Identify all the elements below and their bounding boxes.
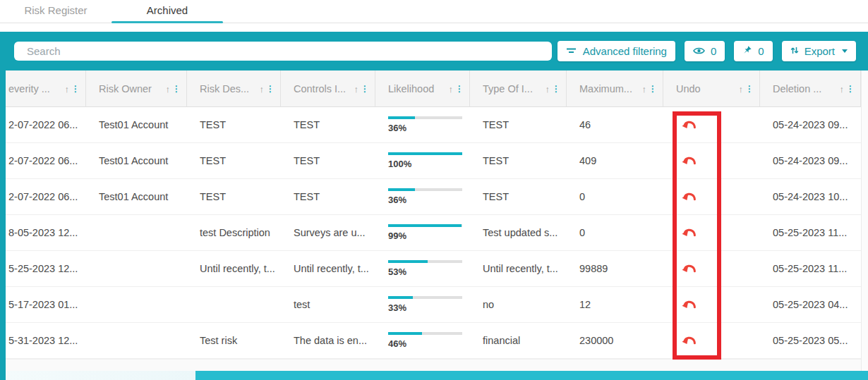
cell-risk-owner	[86, 215, 187, 250]
likelihood-bar-track	[388, 188, 462, 191]
undo-icon	[682, 299, 697, 311]
cell-risk-owner	[86, 251, 187, 286]
cell-risk-description: TEST	[187, 143, 281, 178]
search-input[interactable]	[14, 42, 552, 61]
grid-toolbar: Advanced filtering 0 0 Export	[6, 32, 868, 71]
column-header-label: Undo	[676, 83, 739, 94]
column-header-undo[interactable]: Undo↑⋮	[663, 71, 760, 107]
cell-risk-owner: Test01 Account	[86, 107, 187, 142]
column-header-icons: ↑⋮	[739, 84, 754, 94]
column-header-likelihood[interactable]: Likelihood↑⋮	[375, 71, 470, 107]
cell-undo	[663, 107, 760, 142]
column-menu-icon[interactable]: ⋮	[552, 84, 560, 94]
column-header-label: Deletion ...	[773, 83, 840, 94]
column-menu-icon[interactable]: ⋮	[172, 84, 181, 94]
cell-controls: TEST	[281, 179, 375, 214]
undo-button[interactable]	[679, 116, 700, 134]
advanced-filtering-button[interactable]: Advanced filtering	[557, 41, 675, 61]
cell-likelihood: 36%	[375, 179, 470, 214]
column-header-risk-description[interactable]: Risk Des...↑⋮	[187, 71, 281, 107]
tab-risk-register[interactable]: Risk Register	[0, 0, 111, 23]
column-menu-icon[interactable]: ⋮	[649, 84, 657, 94]
sort-arrow-icon[interactable]: ↑	[840, 84, 845, 94]
table-footer-filler	[6, 359, 868, 371]
cell-type-of-impact: no	[470, 287, 567, 322]
pinned-columns-button[interactable]: 0	[734, 41, 772, 61]
column-header-controls[interactable]: Controls I...↑⋮	[281, 71, 375, 107]
column-header-label: Likelihood	[388, 83, 449, 94]
undo-button[interactable]	[679, 188, 700, 206]
hidden-columns-button[interactable]: 0	[685, 41, 725, 61]
cell-likelihood: 99%	[375, 215, 470, 250]
column-header-maximum[interactable]: Maximum...↑⋮	[567, 71, 663, 107]
sort-arrow-icon[interactable]: ↑	[449, 84, 454, 94]
export-button[interactable]: Export	[782, 41, 856, 61]
column-header-risk-owner[interactable]: Risk Owner↑⋮	[86, 71, 187, 107]
likelihood-value: 33%	[388, 302, 406, 313]
sort-arrow-icon[interactable]: ↑	[65, 84, 70, 94]
column-header-label: Risk Des...	[200, 83, 260, 94]
sort-arrow-icon[interactable]: ↑	[545, 84, 550, 94]
column-header-label: Controls I...	[294, 83, 354, 94]
cell-risk-description: TEST	[187, 179, 281, 214]
sort-arrow-icon[interactable]: ↑	[642, 84, 647, 94]
cell-severity: 2-07-2022 06...	[6, 179, 86, 214]
undo-button[interactable]	[679, 152, 700, 170]
undo-button[interactable]	[679, 224, 700, 242]
cell-undo	[663, 287, 760, 322]
cell-type-of-impact: Test updated s...	[470, 215, 567, 250]
column-menu-icon[interactable]: ⋮	[361, 84, 369, 94]
active-tab-indicator	[111, 21, 223, 23]
undo-icon	[682, 191, 697, 203]
sort-arrow-icon[interactable]: ↑	[739, 84, 744, 94]
cell-likelihood: 46%	[375, 323, 470, 358]
cell-maximum: 46	[567, 107, 663, 142]
cell-type-of-impact: TEST	[470, 179, 567, 214]
cell-risk-description: test Description	[187, 215, 281, 250]
cell-controls: TEST	[281, 107, 375, 142]
likelihood-bar-fill	[388, 224, 462, 227]
column-menu-icon[interactable]: ⋮	[71, 84, 80, 94]
cell-severity: 5-31-2023 12...	[6, 323, 86, 358]
undo-button[interactable]	[679, 332, 700, 350]
likelihood-bar-fill	[388, 116, 415, 119]
cell-deletion-date: 05-24-2023 09...	[760, 143, 861, 178]
sort-arrow-icon[interactable]: ↑	[166, 84, 171, 94]
table-row: 2-07-2022 06...Test01 AccountTESTTEST36%…	[6, 107, 868, 143]
cell-risk-owner: Test01 Account	[86, 143, 187, 178]
pinned-columns-count: 0	[758, 45, 764, 57]
likelihood-bar-fill	[388, 296, 413, 299]
cell-maximum: 0	[567, 179, 663, 214]
cell-type-of-impact: TEST	[470, 143, 567, 178]
column-header-deletion[interactable]: Deletion ...↑⋮	[760, 71, 861, 107]
sort-arrow-icon[interactable]: ↑	[354, 84, 359, 94]
cell-controls: test	[281, 287, 375, 322]
undo-button[interactable]	[679, 296, 700, 314]
likelihood-value: 99%	[388, 231, 406, 241]
likelihood-value: 53%	[388, 266, 406, 277]
column-menu-icon[interactable]: ⋮	[846, 84, 855, 94]
column-header-label: Risk Owner	[99, 83, 166, 94]
tab-archived[interactable]: Archived	[111, 0, 223, 23]
column-menu-icon[interactable]: ⋮	[745, 84, 754, 94]
cell-deletion-date: 05-24-2023 10...	[760, 179, 861, 214]
horizontal-scrollbar-thumb[interactable]	[195, 371, 868, 380]
cell-severity: 5-17-2023 01...	[6, 287, 86, 322]
horizontal-scrollbar[interactable]	[6, 371, 868, 380]
column-header-label: Type Of I...	[483, 83, 545, 94]
column-menu-icon[interactable]: ⋮	[266, 84, 275, 94]
cell-type-of-impact: TEST	[470, 107, 567, 142]
table-row: 5-25-2023 12...Until recently, t...Until…	[6, 251, 868, 287]
cell-likelihood: 100%	[375, 143, 470, 178]
sort-arrow-icon[interactable]: ↑	[260, 84, 265, 94]
undo-button[interactable]	[679, 260, 700, 278]
column-header-severity[interactable]: everity ...↑⋮	[6, 71, 86, 107]
cell-risk-description: Until recently, t...	[187, 251, 281, 286]
column-header-icons: ↑⋮	[260, 84, 275, 94]
vertical-scrollbar[interactable]	[861, 71, 868, 371]
likelihood-bar-track	[388, 332, 462, 335]
cell-risk-description: Test risk	[187, 323, 281, 358]
column-header-type-of-impact[interactable]: Type Of I...↑⋮	[470, 71, 567, 107]
likelihood-bar-fill	[388, 188, 415, 191]
column-menu-icon[interactable]: ⋮	[455, 84, 464, 94]
